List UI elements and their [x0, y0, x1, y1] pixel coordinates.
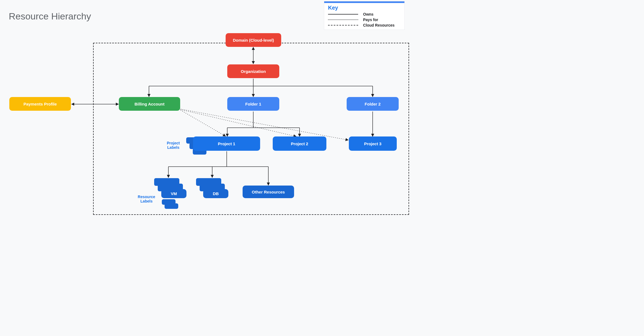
node-folder-1: Folder 1	[227, 97, 279, 111]
node-db: DB	[203, 189, 228, 198]
legend-line-dashed	[328, 25, 358, 25]
resource-labels-text: Resource Labels	[134, 195, 159, 203]
node-project-3: Project 3	[349, 136, 397, 151]
node-folder-2: Folder 2	[347, 97, 399, 111]
legend-row-cloud-resources: Cloud Resources	[324, 22, 404, 30]
legend-row-pays-for: Pays for	[324, 17, 404, 22]
legend-title: Key	[324, 3, 404, 12]
legend-line-solid	[328, 14, 358, 15]
diagram-canvas: Resource Hierarchy	[0, 0, 412, 215]
legend-line-dotted	[328, 19, 358, 20]
legend: Key Owns Pays for Cloud Resources	[324, 1, 405, 30]
project-labels-text: Project Labels	[164, 141, 183, 150]
node-domain: Domain (Cloud-level)	[226, 33, 281, 47]
legend-label: Pays for	[363, 18, 378, 22]
vm-label-chip	[165, 203, 178, 209]
node-other-resources: Other Resources	[243, 186, 294, 198]
legend-label: Owns	[363, 12, 373, 16]
node-billing-account: Billing Account	[119, 97, 180, 111]
node-organization: Organization	[227, 64, 279, 78]
node-vm: VM	[161, 189, 186, 198]
legend-row-owns: Owns	[324, 12, 404, 17]
node-project-1: Project 1	[193, 136, 260, 151]
legend-label: Cloud Resources	[363, 23, 395, 27]
node-project-2: Project 2	[273, 136, 326, 151]
node-payments-profile: Payments Profile	[9, 97, 71, 111]
diagram-title: Resource Hierarchy	[9, 11, 91, 22]
